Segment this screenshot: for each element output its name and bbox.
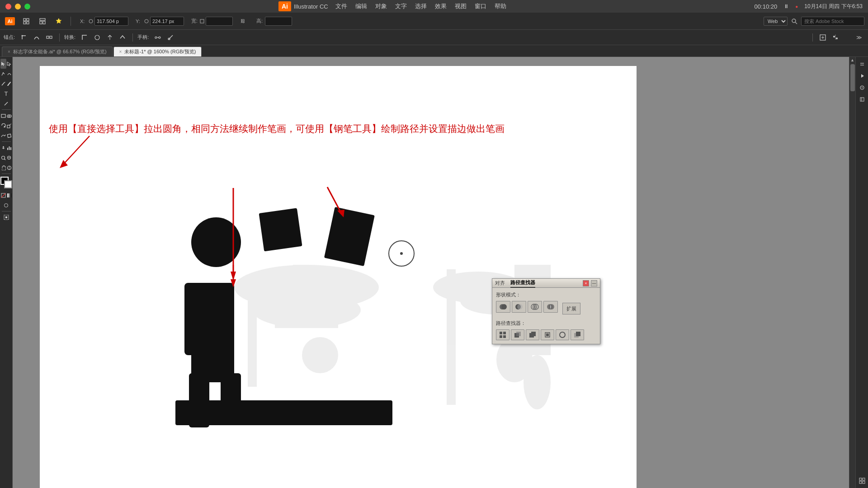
gradient-btn[interactable] xyxy=(6,190,12,200)
mac-window-controls[interactable] xyxy=(5,4,30,9)
right-panel-btn-1[interactable] xyxy=(857,59,868,70)
menu-text[interactable]: 文字 xyxy=(395,2,407,10)
canvas-area[interactable]: 使用【直接选择工具】拉出圆角，相同方法继续制作笔画，可使用【钢笔工具】绘制路径并… xyxy=(13,57,849,488)
pathfinder-tab[interactable]: 路径查找器 xyxy=(510,278,535,288)
symbol-tool[interactable] xyxy=(0,143,6,153)
column-chart-tool[interactable] xyxy=(6,143,12,153)
convert-corner-btn[interactable] xyxy=(79,33,90,42)
handle-btn[interactable] xyxy=(152,33,163,42)
curvature-tool[interactable] xyxy=(6,69,12,79)
arrange-btn[interactable] xyxy=(20,16,33,27)
fill-none-btn[interactable] xyxy=(0,190,6,200)
brush-tool[interactable] xyxy=(6,79,12,89)
zoom-out-tool[interactable] xyxy=(6,153,12,163)
vertical-scrollbar[interactable]: ▲ xyxy=(849,57,855,488)
rotate-tool[interactable] xyxy=(0,121,6,131)
scroll-up-btn[interactable]: ▲ xyxy=(850,58,854,62)
height-input[interactable] xyxy=(265,17,292,26)
pencil-tool[interactable] xyxy=(0,79,6,89)
minus-front-btn[interactable] xyxy=(512,301,526,313)
free-transform-tool[interactable] xyxy=(6,131,12,141)
shape-builder-tool[interactable] xyxy=(6,111,12,121)
intersect-btn[interactable] xyxy=(528,301,542,313)
handle-style-btn[interactable] xyxy=(165,33,176,42)
star-btn[interactable]: ⭐ xyxy=(52,16,65,27)
selection-tool[interactable] xyxy=(0,59,6,69)
direct-selection-tool[interactable] xyxy=(6,59,12,69)
align-anchor-btn[interactable] xyxy=(830,33,841,42)
unite-btn[interactable] xyxy=(496,301,510,313)
width-icon xyxy=(200,19,204,23)
background-color[interactable] xyxy=(4,180,12,188)
convert-asymmetry-btn[interactable] xyxy=(117,33,128,42)
divide-btn[interactable] xyxy=(496,329,509,340)
right-panel-btn-5[interactable] xyxy=(857,475,868,486)
align-tab[interactable]: 对齐 xyxy=(495,279,505,287)
width-input[interactable] xyxy=(206,17,233,26)
path-action-btn[interactable] xyxy=(817,33,828,42)
draw-inside-btn[interactable] xyxy=(0,212,12,222)
anchor-smooth-btn[interactable] xyxy=(31,33,42,42)
anchor-add-btn[interactable] xyxy=(44,33,55,42)
menu-bar[interactable]: 文件 编辑 对象 文字 选择 效果 视图 窗口 帮助 xyxy=(335,2,506,10)
exclude-btn[interactable] xyxy=(543,301,558,313)
layout-btn[interactable] xyxy=(36,16,49,27)
x-input[interactable] xyxy=(94,17,128,26)
magnify-tool[interactable] xyxy=(0,153,6,163)
panel-close-btn[interactable]: × xyxy=(583,280,589,286)
menu-edit[interactable]: 编辑 xyxy=(355,2,367,10)
menu-select[interactable]: 选择 xyxy=(415,2,427,10)
tab-close-2[interactable]: × xyxy=(119,49,122,54)
warp-tool[interactable] xyxy=(0,131,6,141)
color-indicator[interactable] xyxy=(0,177,12,188)
titlebar: Ai Illustrator CC 文件 编辑 对象 文字 选择 效果 视图 窗… xyxy=(0,0,868,13)
menu-window[interactable]: 窗口 xyxy=(475,2,486,10)
merge-btn[interactable] xyxy=(526,329,539,340)
type-tool[interactable]: T xyxy=(0,89,12,99)
menu-effect[interactable]: 效果 xyxy=(435,2,447,10)
close-button[interactable] xyxy=(5,4,11,9)
width-group: 宽: xyxy=(191,17,233,26)
right-panel-btn-4[interactable] xyxy=(857,94,868,105)
convert-smooth-btn[interactable] xyxy=(92,33,103,42)
rectangle-tool[interactable] xyxy=(0,111,6,121)
menu-help[interactable]: 帮助 xyxy=(495,2,506,10)
svg-point-34 xyxy=(7,85,9,86)
scale-tool[interactable] xyxy=(6,121,12,131)
search-input[interactable] xyxy=(801,17,864,26)
pen-tool[interactable] xyxy=(0,69,6,79)
hand-tool[interactable] xyxy=(0,163,6,173)
right-panel-btn-3[interactable] xyxy=(857,82,868,93)
svg-point-15 xyxy=(95,35,99,40)
trim-btn[interactable] xyxy=(511,329,524,340)
menu-file[interactable]: 文件 xyxy=(335,2,347,10)
maximize-button[interactable] xyxy=(24,4,30,9)
tab-2[interactable]: × 未标题-1* @ 1600% (RGB/预览) xyxy=(113,47,202,56)
toolbar-ai-icon: Ai xyxy=(4,16,16,27)
slash-tool[interactable] xyxy=(0,99,12,108)
expand-btn[interactable]: 扩展 xyxy=(562,303,580,314)
scroll-thumb[interactable] xyxy=(850,64,855,91)
menu-object[interactable]: 对象 xyxy=(375,2,387,10)
app-title: Illustrator CC xyxy=(294,3,328,10)
outline-btn[interactable] xyxy=(556,329,569,340)
anchor-corner-btn[interactable] xyxy=(19,33,29,42)
crop-btn[interactable] xyxy=(541,329,554,340)
rotate-view-tool[interactable] xyxy=(6,163,12,173)
workspace-select[interactable]: Web xyxy=(764,17,788,26)
pathfinder-titlebar[interactable]: 对齐 路径查找器 × — xyxy=(492,279,600,288)
tab-1[interactable]: × 标志字体全能备.ai* @ 66.67% (RGB/预览) xyxy=(2,47,113,56)
y-input[interactable] xyxy=(150,17,184,26)
panel-toggle-btn[interactable]: ≫ xyxy=(854,33,864,42)
tab-close-1[interactable]: × xyxy=(8,49,10,54)
zoom-hand-tools xyxy=(0,153,12,163)
svg-rect-1 xyxy=(27,19,29,21)
minimize-button[interactable] xyxy=(15,4,21,9)
minus-back-btn[interactable] xyxy=(571,329,584,340)
convert-symmetry-btn[interactable] xyxy=(104,33,115,42)
menu-view[interactable]: 视图 xyxy=(455,2,467,10)
chain-link-btn[interactable]: ⛓ xyxy=(236,16,249,27)
panel-minimize-btn[interactable]: — xyxy=(591,280,597,286)
color-mode-btn[interactable] xyxy=(0,200,12,210)
right-panel-btn-2[interactable] xyxy=(857,70,868,81)
